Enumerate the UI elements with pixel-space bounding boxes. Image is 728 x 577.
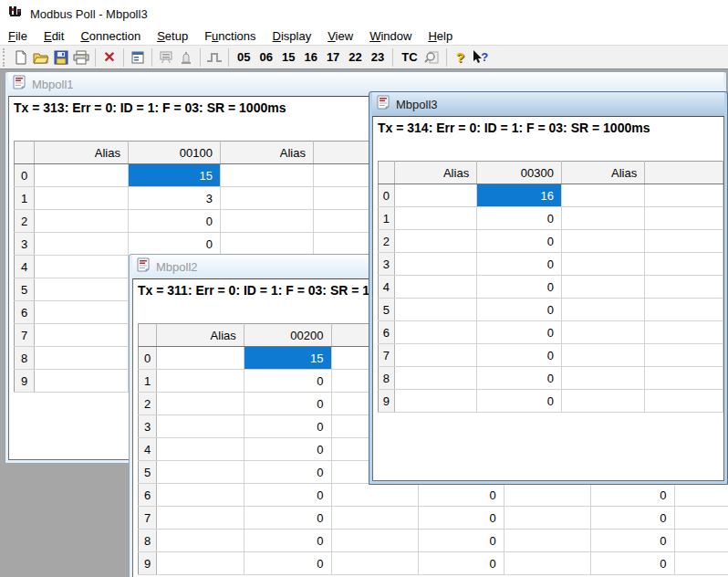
selected-register-cell[interactable]: 16 (477, 184, 562, 207)
register-cell[interactable] (221, 187, 314, 210)
register-cell[interactable] (394, 344, 476, 367)
register-cell[interactable] (157, 484, 244, 507)
register-cell[interactable] (561, 299, 644, 321)
register-cell[interactable] (394, 184, 476, 207)
register-cell[interactable]: 0 (477, 367, 562, 390)
register-cell[interactable] (561, 184, 644, 207)
register-cell[interactable] (157, 507, 244, 530)
register-cell[interactable] (221, 210, 314, 233)
column-header-00300[interactable]: 00300 (477, 162, 562, 184)
register-cell[interactable] (645, 321, 723, 344)
register-cell[interactable] (35, 164, 129, 187)
register-cell[interactable] (394, 390, 476, 413)
register-cell[interactable] (645, 299, 723, 321)
register-cell[interactable] (561, 344, 644, 367)
mbpoll3-titlebar[interactable]: Mbpoll3 (372, 92, 724, 116)
titlebar[interactable]: Modbus Poll - Mbpoll3 (0, 0, 728, 27)
menu-setup[interactable]: Setup (149, 29, 196, 43)
register-cell[interactable] (331, 484, 419, 507)
register-cell[interactable] (331, 507, 419, 530)
column-header-alias[interactable]: Alias (157, 324, 244, 347)
register-cell[interactable] (157, 530, 244, 552)
menu-view[interactable]: View (319, 29, 361, 43)
register-cell[interactable] (35, 256, 129, 278)
menu-display[interactable]: Display (265, 29, 320, 43)
register-cell[interactable]: 0 (244, 438, 331, 461)
register-cell[interactable]: 0 (419, 484, 504, 507)
register-cell[interactable] (561, 253, 644, 276)
register-cell[interactable]: 0 (477, 321, 562, 344)
register-cell[interactable]: 0 (477, 390, 562, 413)
register-cell[interactable] (35, 233, 129, 256)
single-poll-icon[interactable] (204, 47, 224, 68)
register-cell[interactable] (561, 321, 644, 344)
register-cell[interactable]: 0 (591, 484, 674, 507)
register-cell[interactable] (157, 370, 244, 393)
function-22-button[interactable]: 22 (344, 50, 366, 64)
register-cell[interactable]: 0 (419, 552, 504, 575)
register-cell[interactable] (674, 507, 728, 530)
register-cell[interactable]: 0 (591, 552, 674, 575)
find-icon[interactable] (422, 47, 442, 68)
register-cell[interactable]: 0 (129, 233, 221, 256)
column-header-alias[interactable]: Alias (221, 142, 314, 164)
register-cell[interactable] (504, 507, 591, 530)
register-cell[interactable] (157, 415, 244, 438)
register-cell[interactable] (35, 324, 129, 347)
register-cell[interactable]: 0 (477, 344, 562, 367)
register-cell[interactable] (561, 207, 644, 230)
column-header-alias[interactable]: Alias (35, 142, 129, 164)
open-file-icon[interactable] (31, 47, 51, 68)
selected-register-cell[interactable]: 15 (244, 347, 331, 370)
register-cell[interactable]: 0 (244, 484, 331, 507)
register-cell[interactable] (157, 347, 244, 370)
register-cell[interactable]: 0 (477, 207, 562, 230)
register-cell[interactable] (674, 552, 728, 575)
register-cell[interactable] (35, 347, 129, 370)
register-cell[interactable] (645, 230, 723, 253)
register-cell[interactable] (561, 390, 644, 413)
register-cell[interactable] (645, 207, 723, 230)
register-cell[interactable] (674, 484, 728, 507)
register-cell[interactable] (645, 253, 723, 276)
register-cell[interactable] (504, 484, 591, 507)
register-cell[interactable]: 0 (591, 507, 674, 530)
column-header-alias[interactable]: Alias (394, 162, 476, 184)
register-cell[interactable] (504, 552, 591, 575)
menu-edit[interactable]: Edit (36, 29, 72, 43)
register-cell[interactable] (394, 321, 476, 344)
register-cell[interactable] (331, 530, 419, 552)
register-cell[interactable] (645, 344, 723, 367)
register-cell[interactable] (504, 530, 591, 552)
register-cell[interactable]: 0 (477, 253, 562, 276)
register-cell[interactable] (645, 390, 723, 413)
register-cell[interactable]: 0 (419, 507, 504, 530)
function-17-button[interactable]: 17 (322, 50, 344, 64)
register-cell[interactable] (157, 461, 244, 484)
poll-definition-icon[interactable] (156, 47, 176, 68)
menu-help[interactable]: Help (420, 29, 461, 43)
register-cell[interactable] (157, 552, 244, 575)
register-cell[interactable] (674, 530, 728, 552)
register-cell[interactable]: 3 (129, 187, 221, 210)
register-cell[interactable] (394, 253, 476, 276)
column-header-alias[interactable]: Alias (561, 162, 644, 184)
register-cell[interactable] (645, 184, 723, 207)
register-cell[interactable]: 0 (244, 507, 331, 530)
print-icon[interactable] (71, 47, 91, 68)
register-cell[interactable] (35, 210, 129, 233)
register-cell[interactable]: 0 (477, 276, 562, 299)
register-cell[interactable] (394, 207, 476, 230)
menu-window[interactable]: Window (361, 29, 420, 43)
function-16-button[interactable]: 16 (299, 50, 321, 64)
register-cell[interactable]: 0 (244, 415, 331, 438)
register-cell[interactable] (221, 164, 314, 187)
disconnect-icon[interactable]: ✕ (99, 47, 120, 68)
register-cell[interactable] (394, 230, 476, 253)
help-icon[interactable]: ? (451, 47, 471, 68)
register-cell[interactable]: 0 (591, 530, 674, 552)
register-cell[interactable] (561, 276, 644, 299)
register-cell[interactable]: 0 (477, 299, 562, 321)
function-06-button[interactable]: 06 (255, 50, 276, 64)
register-cell[interactable] (394, 299, 476, 321)
